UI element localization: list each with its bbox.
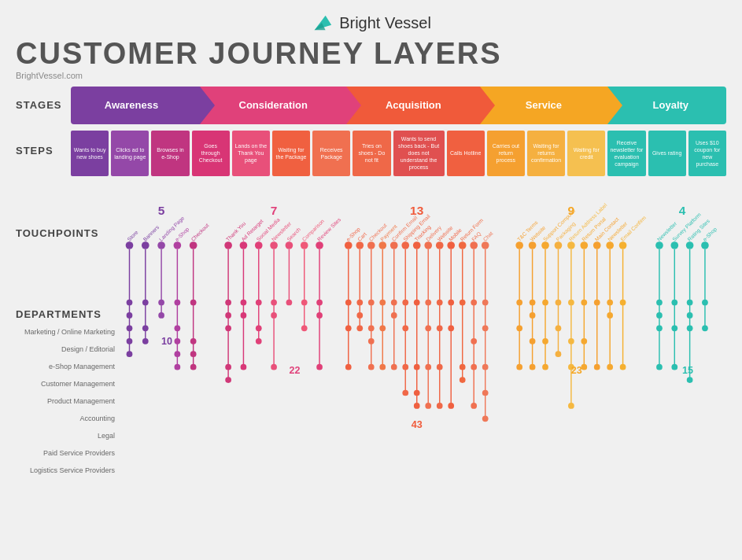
steps-label: STEPS — [16, 131, 71, 157]
dept-dot — [241, 364, 247, 370]
stage-loyalty: Loyalty — [607, 87, 726, 124]
dept-dot — [516, 299, 522, 305]
tp-label: Landing Page — [158, 215, 186, 242]
tp-dot — [240, 241, 248, 249]
dept-dot — [607, 299, 613, 305]
dept-dot — [158, 312, 164, 319]
dept-dot — [425, 325, 431, 331]
dept-dot — [437, 364, 443, 370]
dept-dot — [368, 364, 375, 370]
dept-dot — [581, 299, 587, 305]
dept-dot — [391, 312, 397, 319]
tp-dot — [286, 241, 293, 249]
tp-dot — [270, 241, 278, 249]
dept-dot — [556, 325, 562, 331]
dept-dot — [225, 364, 231, 370]
brand-name: Bright Vessel — [339, 14, 431, 32]
step-6: Waiting for the Package — [272, 131, 310, 176]
tp-dot — [190, 241, 197, 249]
dept-dot — [316, 299, 323, 305]
dept-dot — [425, 364, 431, 370]
dept-dot — [542, 338, 548, 344]
dept-paid: Paid Service Providers — [16, 444, 118, 462]
tp-dot — [174, 241, 182, 249]
tp-dot — [459, 241, 467, 249]
dept-dot — [402, 389, 408, 396]
dept-dot — [620, 299, 626, 305]
dept-dot — [607, 364, 613, 370]
dept-dot — [127, 338, 133, 344]
step-14: Receive newsletter for evaluation campai… — [607, 131, 645, 176]
stage-consideration: Consideration — [200, 87, 347, 124]
step-5: Lands on the Thank You page — [232, 131, 270, 176]
dept-dot — [460, 364, 466, 370]
dept-dot — [448, 403, 454, 409]
dept-dot — [556, 351, 562, 357]
dept-dot — [345, 325, 352, 331]
stages-arrows: Awareness Consideration Acquisition Serv… — [71, 87, 726, 124]
tp-dot — [255, 241, 263, 249]
dept-dot — [225, 377, 231, 383]
dept-dot — [656, 312, 663, 319]
count-awareness: 5 — [158, 204, 165, 217]
dept-dot — [316, 312, 323, 319]
count-logistics: 43 — [412, 419, 423, 430]
dept-dot — [225, 325, 231, 331]
dept-logistics: Logistics Service Providers — [16, 462, 118, 479]
dept-dot — [687, 299, 693, 305]
dept-dot — [620, 364, 626, 370]
dept-customer: Customer Management — [16, 375, 118, 392]
dept-dot — [345, 364, 352, 370]
stages-label: STAGES — [16, 99, 71, 111]
dept-product: Product Management — [16, 392, 118, 410]
dept-dot — [379, 299, 386, 305]
dept-eshop: e-Shop Management — [16, 358, 118, 375]
dept-dot — [391, 299, 397, 305]
tp-label: Chat — [482, 230, 493, 242]
dept-accounting: Accounting — [16, 410, 118, 427]
tp-dot — [447, 241, 455, 249]
dept-dot — [437, 403, 443, 409]
tp-dot — [593, 241, 601, 249]
dept-design: Design / Editorial — [16, 341, 118, 358]
step-2: Clicks ad to landing page — [111, 131, 149, 176]
count-loyalty-dept: 15 — [682, 365, 693, 376]
chart-area: 5 7 — [118, 180, 726, 479]
tp-label: Store — [126, 229, 139, 242]
dept-dot — [301, 325, 308, 331]
tp-dot — [529, 241, 537, 249]
tp-dot — [619, 241, 627, 249]
dept-dot — [568, 403, 574, 409]
department-list: Marketing / Online Marketing Design / Ed… — [16, 323, 118, 479]
step-8: Tries on shoes - Do not fit — [353, 131, 390, 176]
dept-dot — [127, 299, 133, 305]
steps-row: STEPS Wants to buy new shoes Clicks ad t… — [16, 131, 726, 176]
step-11: Carries out return process — [487, 131, 525, 176]
dept-dot — [656, 364, 663, 370]
tp-dot — [686, 241, 694, 249]
dept-dot — [345, 299, 352, 305]
dept-dot — [175, 325, 181, 331]
tp-dot — [670, 241, 678, 249]
step-15: Gives rating — [648, 131, 686, 176]
tp-dot — [470, 241, 478, 249]
tp-dot — [541, 241, 549, 249]
step-3: Browses in e-Shop — [151, 131, 189, 176]
dept-dot — [402, 364, 408, 370]
count-service-dept: 23 — [571, 365, 582, 376]
dept-dot — [482, 389, 489, 396]
dept-dot — [542, 364, 548, 370]
step-4: Goes through Checkout — [192, 131, 230, 176]
step-7: Receives Package — [312, 131, 350, 176]
dept-dot — [256, 299, 262, 305]
dept-dot — [271, 312, 277, 319]
dept-dot — [286, 299, 293, 305]
step-9: Wants to send shoes back - But does not … — [393, 131, 445, 176]
dept-dot — [530, 299, 536, 305]
dept-dot — [702, 325, 708, 331]
dept-dot — [225, 312, 231, 319]
tp-dot — [580, 241, 588, 249]
dept-dot — [594, 299, 600, 305]
dept-dot — [702, 299, 708, 305]
dept-dot — [687, 325, 693, 331]
